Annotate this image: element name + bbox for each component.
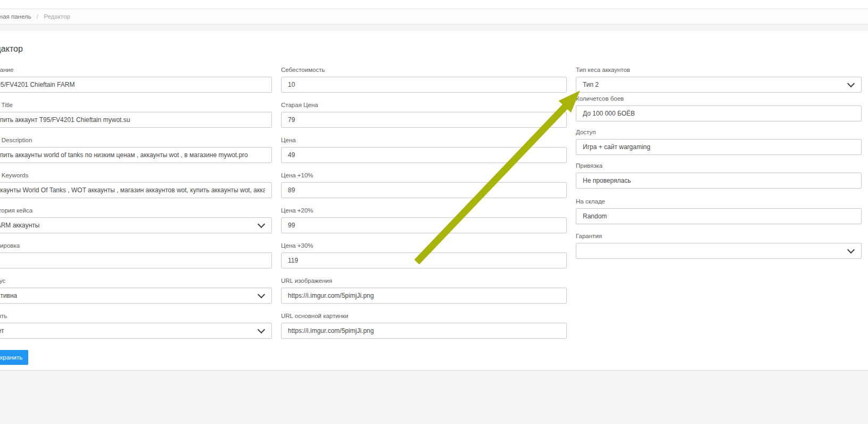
meta-title-row: Meta Title [0, 102, 272, 128]
chevron-down-icon [847, 79, 855, 87]
battles-count-input[interactable] [576, 105, 862, 121]
footer-area [0, 371, 868, 424]
product-name-label: Название [0, 67, 272, 74]
access-row: Доступ [576, 129, 862, 155]
hide-label: Скрыть [0, 313, 272, 320]
case-category-selected-value: FARM аккаунты [0, 222, 39, 229]
status-row: СтатусАктивна [0, 278, 272, 304]
product-name-input[interactable] [0, 77, 272, 93]
in-stock-label: На складе [576, 198, 862, 205]
hide-row: СкрытьНет [0, 313, 272, 339]
meta-title-label: Meta Title [0, 102, 272, 109]
binding-row: Привязка [576, 162, 862, 189]
hide-selected-value: Нет [0, 327, 4, 335]
old-price-row: Старая Цена [281, 102, 567, 128]
sorting-label: Сортировка [0, 242, 272, 249]
price-plus-20-input[interactable] [281, 217, 567, 233]
status-label: Статус [0, 278, 272, 284]
sorting-row: Сортировка [0, 242, 272, 268]
page: { "breadcrumb": { "items": ["Главная пан… [0, 0, 868, 424]
cost-price-label: Себестоимость [281, 67, 567, 74]
price-plus-20-label: Цена +20% [281, 207, 567, 214]
chevron-down-icon [258, 325, 265, 333]
meta-description-label: Meta Description [0, 137, 272, 144]
battles-count-row: Количетсов боев [576, 95, 862, 121]
meta-keywords-row: Meta Keywords [0, 172, 272, 198]
product-name-row: Название [0, 67, 272, 93]
old-price-input[interactable] [281, 112, 567, 128]
top-bar [0, 0, 868, 9]
content-area: Редактор НазваниеMeta TitleMeta Descript… [0, 31, 868, 371]
binding-input[interactable] [576, 173, 862, 189]
case-category-select[interactable]: FARM аккаунты [0, 217, 272, 233]
case-category-row: Категория кейсаFARM аккаунты [0, 207, 272, 233]
cost-price-row: Себестоимость [281, 67, 567, 93]
binding-label: Привязка [576, 162, 862, 169]
chevron-down-icon [847, 246, 855, 253]
form-column-middle: СебестоимостьСтарая ЦенаЦенаЦена +10%Цен… [281, 67, 567, 339]
meta-description-row: Meta Description [0, 137, 272, 163]
status-select[interactable]: Активна [0, 288, 272, 304]
breadcrumb: Главная панель / Редактор [0, 9, 868, 24]
price-plus-10-label: Цена +10% [281, 172, 567, 179]
breadcrumb-current-editor: Редактор [44, 13, 70, 20]
page-background-band [0, 25, 868, 31]
account-case-type-selected-value: Тип 2 [583, 81, 599, 88]
case-category-label: Категория кейса [0, 207, 272, 214]
in-stock-row: На складе [576, 198, 862, 224]
form-column-right: Тип кеса аккаунтовТип 2Количетсов боевДо… [576, 67, 862, 259]
account-case-type-select[interactable]: Тип 2 [576, 77, 862, 93]
battles-count-label: Количетсов боев [576, 95, 862, 102]
main-image-url-row: URL основной картинки [281, 313, 567, 339]
in-stock-input[interactable] [576, 208, 862, 224]
page-title: Редактор [0, 44, 868, 54]
hide-select[interactable]: Нет [0, 323, 272, 339]
save-button[interactable]: Сохранить [0, 350, 28, 365]
main-image-url-label: URL основной картинки [281, 313, 567, 320]
main-image-url-input[interactable] [281, 323, 567, 339]
price-row: Цена [281, 137, 567, 163]
warranty-select[interactable] [576, 243, 862, 259]
breadcrumb-bar: Главная панель / Редактор [0, 9, 868, 25]
form-column-left: НазваниеMeta TitleMeta DescriptionMeta K… [0, 67, 272, 339]
price-plus-20-row: Цена +20% [281, 207, 567, 233]
account-case-type-row: Тип кеса аккаунтовТип 2 [576, 67, 862, 93]
image-url-label: URL изображения [281, 278, 567, 284]
price-label: Цена [281, 137, 567, 144]
meta-title-input[interactable] [0, 112, 272, 128]
access-label: Доступ [576, 129, 862, 136]
status-selected-value: Активна [0, 292, 17, 299]
price-plus-30-row: Цена +30% [281, 242, 567, 268]
price-plus-30-input[interactable] [281, 252, 567, 268]
warranty-row: Гарантия [576, 233, 862, 259]
old-price-label: Старая Цена [281, 102, 567, 109]
price-input[interactable] [281, 147, 567, 163]
warranty-label: Гарантия [576, 233, 862, 240]
sorting-input[interactable] [0, 252, 272, 268]
price-plus-30-label: Цена +30% [281, 242, 567, 249]
account-case-type-label: Тип кеса аккаунтов [576, 67, 862, 74]
breadcrumb-link-dashboard[interactable]: Главная панель [0, 13, 31, 20]
meta-description-input[interactable] [0, 147, 272, 163]
cost-price-input[interactable] [281, 77, 567, 93]
chevron-down-icon [258, 290, 265, 298]
meta-keywords-input[interactable] [0, 182, 272, 198]
chevron-down-icon [258, 220, 265, 227]
breadcrumb-separator: / [37, 13, 38, 20]
image-url-row: URL изображения [281, 278, 567, 304]
image-url-input[interactable] [281, 288, 567, 304]
price-plus-10-input[interactable] [281, 182, 567, 198]
form: НазваниеMeta TitleMeta DescriptionMeta K… [0, 67, 868, 339]
meta-keywords-label: Meta Keywords [0, 172, 272, 179]
price-plus-10-row: Цена +10% [281, 172, 567, 198]
access-input[interactable] [576, 139, 862, 155]
